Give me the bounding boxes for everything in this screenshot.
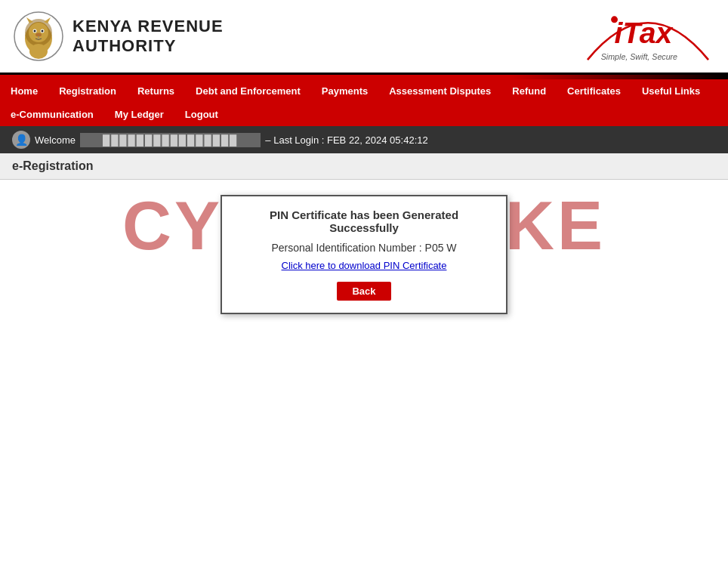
user-avatar-icon: 👤: [12, 131, 30, 149]
nav-logout[interactable]: Logout: [174, 103, 229, 126]
nav-my-ledger[interactable]: My Ledger: [104, 103, 174, 126]
svg-point-13: [29, 44, 48, 59]
svg-point-7: [34, 30, 36, 32]
success-dialog: PIN Certificate has been Generated Succe…: [221, 195, 507, 314]
nav-certificates[interactable]: Certificates: [557, 79, 631, 103]
nav-home[interactable]: Home: [0, 79, 48, 103]
nav-refund[interactable]: Refund: [501, 79, 557, 103]
itax-logo: iTax Simple, Swift, Secure: [580, 6, 716, 66]
welcome-label: Welcome: [35, 134, 76, 146]
nav-debt-enforcement[interactable]: Debt and Enforcement: [185, 79, 311, 103]
page-title: e-Registration: [12, 159, 94, 172]
welcome-bar: 👤 Welcome ████████████████ – Last Login …: [0, 126, 728, 153]
kra-lion-icon: [12, 10, 65, 63]
main-content: CYBERCO.KE PIN Certificate has been Gene…: [0, 180, 728, 329]
download-pin-link[interactable]: Click here to download PIN Certificate: [237, 260, 491, 271]
nav-ecommunication[interactable]: e-Communication: [0, 103, 104, 126]
itax-arc-graphic: iTax Simple, Swift, Secure: [580, 6, 716, 66]
main-navigation: Home Registration Returns Debt and Enfor…: [0, 79, 728, 126]
kra-name: Kenya Revenue Authority: [72, 17, 224, 57]
back-button[interactable]: Back: [337, 282, 390, 301]
svg-text:Simple, Swift, Secure: Simple, Swift, Secure: [601, 52, 677, 61]
last-login-text: – Last Login : FEB 22, 2024 05:42:12: [265, 134, 427, 146]
svg-point-9: [35, 33, 42, 37]
pin-label: Personal Identification Number : P05: [271, 242, 443, 254]
nav-assessment-disputes[interactable]: Assessment Disputes: [378, 79, 501, 103]
pin-number-line: Personal Identification Number : P05 W: [237, 242, 491, 254]
svg-point-8: [42, 30, 44, 32]
svg-point-15: [611, 16, 618, 23]
nav-payments[interactable]: Payments: [311, 79, 378, 103]
username-display: ████████████████: [80, 133, 261, 147]
kra-title-line1: Kenya Revenue: [72, 17, 224, 36]
nav-useful-links[interactable]: Useful Links: [631, 79, 711, 103]
page-header: Kenya Revenue Authority iTax Simple, Swi…: [0, 0, 728, 75]
success-title: PIN Certificate has been Generated Succe…: [237, 208, 491, 234]
kra-logo: Kenya Revenue Authority: [12, 10, 224, 63]
nav-registration[interactable]: Registration: [48, 79, 127, 103]
pin-suffix: W: [446, 242, 456, 254]
svg-text:iTax: iTax: [615, 17, 674, 49]
kra-title-line2: Authority: [72, 36, 224, 56]
nav-returns[interactable]: Returns: [127, 79, 185, 103]
page-title-bar: e-Registration: [0, 153, 728, 180]
